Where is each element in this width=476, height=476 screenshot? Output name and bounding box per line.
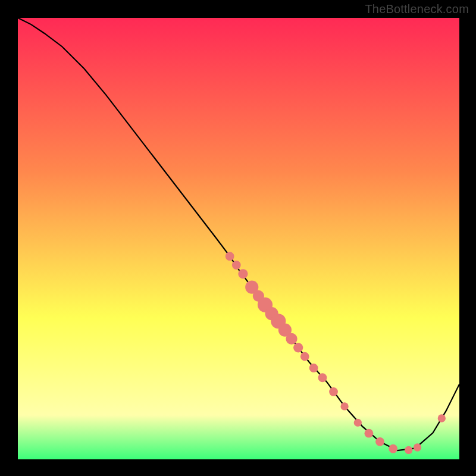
highlight-marker bbox=[300, 352, 309, 361]
highlight-marker bbox=[375, 437, 384, 446]
highlight-marker bbox=[354, 419, 362, 427]
highlight-marker bbox=[293, 343, 303, 352]
highlight-marker bbox=[364, 429, 373, 438]
highlight-marker bbox=[389, 444, 397, 453]
highlight-marker bbox=[309, 364, 318, 372]
highlight-marker bbox=[232, 261, 241, 270]
watermark-text: TheBottleneck.com bbox=[365, 2, 469, 16]
highlight-marker bbox=[414, 443, 421, 451]
highlight-marker bbox=[238, 269, 248, 278]
chart-frame: TheBottleneck.com bbox=[0, 0, 476, 476]
highlight-marker bbox=[329, 387, 338, 396]
highlight-marker bbox=[340, 402, 348, 410]
highlight-marker bbox=[318, 373, 327, 382]
chart-svg bbox=[18, 18, 459, 459]
gradient-bg bbox=[18, 18, 459, 459]
highlight-marker bbox=[286, 333, 297, 345]
highlight-marker bbox=[226, 252, 234, 261]
highlight-marker bbox=[438, 414, 446, 422]
chart-plot bbox=[18, 18, 459, 459]
highlight-marker bbox=[405, 446, 412, 454]
